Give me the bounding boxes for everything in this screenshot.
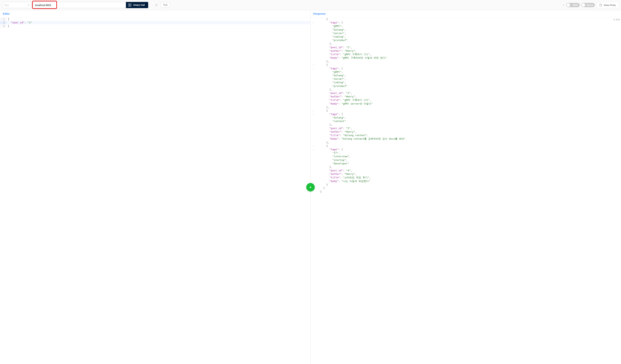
code-row: ▾ "tags": [ bbox=[311, 113, 621, 116]
fold-gutter[interactable]: ▾ bbox=[311, 21, 316, 24]
fold-gutter bbox=[311, 133, 316, 137]
chevron-down-icon[interactable]: ▾ bbox=[563, 4, 564, 6]
code-content: { bbox=[316, 109, 621, 113]
fold-gutter bbox=[311, 165, 316, 169]
fold-gutter[interactable]: ▾ bbox=[311, 109, 316, 113]
code-row: }, bbox=[311, 141, 621, 144]
code-content: "title": "gRPC 구축하기 (2)", bbox=[316, 98, 621, 102]
env-placeholder: Env bbox=[4, 4, 9, 7]
code-row: "post_id": "1", bbox=[311, 46, 621, 49]
fold-gutter bbox=[311, 137, 316, 141]
code-row[interactable]: 3} bbox=[0, 24, 310, 28]
code-content: }, bbox=[316, 141, 621, 144]
line-number: 2 bbox=[0, 21, 7, 24]
code-content: { bbox=[316, 144, 621, 148]
fold-gutter bbox=[311, 74, 316, 77]
fold-gutter bbox=[311, 98, 316, 102]
code-row: ▾ { bbox=[311, 144, 621, 148]
line-number: 1▾ bbox=[0, 17, 7, 21]
code-row: ], bbox=[311, 123, 621, 127]
grpc-toggle[interactable]: GRPC bbox=[566, 3, 580, 7]
fold-gutter bbox=[311, 35, 316, 38]
fold-gutter[interactable]: ▾ bbox=[311, 144, 316, 148]
code-content: "body": "나는 이렇게 취업했다" bbox=[316, 180, 621, 183]
fold-gutter bbox=[311, 77, 316, 81]
svg-rect-2 bbox=[129, 6, 131, 6]
code-content: "interview", bbox=[316, 155, 621, 158]
code-content: "tags": [ bbox=[316, 113, 621, 116]
code-row: "Golang", bbox=[311, 28, 621, 32]
run-button[interactable] bbox=[306, 183, 315, 192]
code-row: "body": "나는 이렇게 취업했다" bbox=[311, 180, 621, 183]
code-content: "title": "Golang context", bbox=[316, 133, 621, 137]
grpc-toggle-label: GRPC bbox=[572, 4, 578, 6]
fold-gutter[interactable]: ▾ bbox=[311, 63, 316, 66]
code-content: "coding", bbox=[316, 35, 621, 38]
code-content: "gRPC", bbox=[316, 24, 621, 28]
code-content: "tags": [ bbox=[316, 148, 621, 151]
fold-gutter[interactable]: ▾ bbox=[311, 148, 316, 151]
fold-gutter bbox=[311, 130, 316, 133]
code-content[interactable]: "user_id": "1" bbox=[7, 21, 310, 24]
fold-gutter bbox=[311, 38, 316, 42]
manual-toggle[interactable]: Manual bbox=[581, 3, 595, 7]
code-row: "author": "Henry", bbox=[311, 130, 621, 133]
fold-arrow-icon[interactable]: ▾ bbox=[1, 18, 2, 20]
env-select[interactable]: Env ▾ bbox=[2, 2, 31, 8]
code-content: "tags": [ bbox=[316, 21, 621, 24]
toggle-knob bbox=[567, 3, 570, 7]
fold-gutter bbox=[311, 32, 316, 35]
code-content[interactable]: { bbox=[7, 17, 310, 21]
code-content[interactable]: } bbox=[7, 24, 310, 28]
code-content: "protobuf" bbox=[316, 38, 621, 42]
code-row: "title": "Golang context", bbox=[311, 133, 621, 137]
code-row: ▾ "tags": [ bbox=[311, 148, 621, 151]
code-content: "startup", bbox=[316, 158, 621, 162]
toolbar: Env ▾ Unary Call TLS ▾ GRPC Manual View … bbox=[0, 0, 621, 10]
fold-gutter bbox=[311, 158, 316, 162]
code-row: "gRPC", bbox=[311, 70, 621, 74]
code-row: "post_id": "2", bbox=[311, 91, 621, 95]
code-row: ▾ "tags": [ bbox=[311, 21, 621, 24]
fold-gutter bbox=[311, 127, 316, 130]
fold-gutter bbox=[311, 53, 316, 56]
editor-body[interactable]: 1▾{2 "user_id": "1"3} bbox=[0, 17, 310, 364]
code-content: "post_id": "3", bbox=[316, 127, 621, 130]
code-row[interactable]: 1▾{ bbox=[0, 17, 310, 21]
editor-panel: Editor 1▾{2 "user_id": "1"3} bbox=[0, 10, 311, 364]
code-content: "author": "Henry", bbox=[316, 49, 621, 53]
code-row: }, bbox=[311, 60, 621, 63]
fold-gutter bbox=[311, 155, 316, 158]
code-content: "author": "Henry", bbox=[316, 130, 621, 133]
code-row: "author": "Henry", bbox=[311, 49, 621, 53]
code-row: "context" bbox=[311, 119, 621, 123]
response-body[interactable]: 0.010 {▾ "tags": [ "gRPC", "Golang", "se… bbox=[311, 17, 621, 364]
code-content: "author": "Henry", bbox=[316, 172, 621, 176]
code-row: "server", bbox=[311, 77, 621, 81]
fold-gutter bbox=[311, 119, 316, 123]
code-row: "protobuf" bbox=[311, 84, 621, 88]
fold-gutter bbox=[311, 46, 316, 49]
manual-toggle-label: Manual bbox=[587, 4, 593, 6]
code-content: { bbox=[316, 63, 621, 66]
server-url-input[interactable] bbox=[33, 2, 126, 8]
fold-gutter bbox=[311, 180, 316, 183]
list-icon bbox=[128, 3, 131, 7]
fold-gutter bbox=[311, 172, 316, 176]
call-type-button[interactable]: Unary Call bbox=[126, 2, 148, 8]
fold-gutter[interactable]: ▾ bbox=[311, 113, 316, 116]
code-row: ], bbox=[311, 165, 621, 169]
code-row: { bbox=[311, 17, 621, 21]
code-row: "body": "gRPC 구축하려면 이렇게 하면 된다" bbox=[311, 56, 621, 60]
view-proto-button[interactable]: View Proto bbox=[596, 2, 619, 8]
fold-gutter bbox=[311, 42, 316, 46]
code-row: "developer" bbox=[311, 162, 621, 165]
code-row[interactable]: 2 "user_id": "1" bbox=[0, 21, 310, 24]
editor-header: Editor bbox=[0, 10, 310, 17]
tls-button[interactable]: TLS bbox=[161, 2, 170, 8]
code-content: "developer" bbox=[316, 162, 621, 165]
code-content: "author": "Henry", bbox=[316, 95, 621, 98]
code-content: "server", bbox=[316, 77, 621, 81]
code-content: { bbox=[316, 17, 621, 21]
fold-gutter[interactable]: ▾ bbox=[311, 67, 316, 70]
